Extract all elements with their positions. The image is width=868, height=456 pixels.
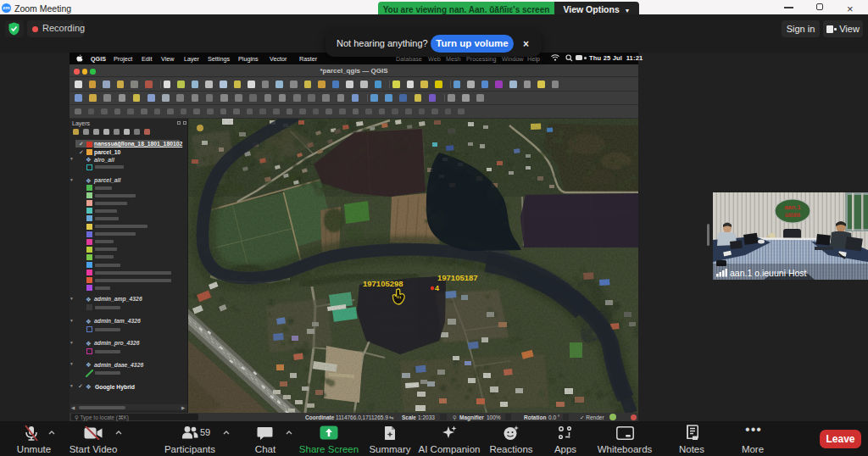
svg-text:ūālālā: ūālālā [785, 212, 801, 218]
svg-text:aan.1: aan.1 [784, 203, 800, 211]
svg-text:197105187: 197105187 [437, 273, 478, 282]
svg-text:aan.1 o.ieuuni Host: aan.1 o.ieuuni Host [730, 268, 807, 278]
svg-text:4: 4 [435, 284, 439, 292]
svg-text:197105298: 197105298 [363, 279, 403, 288]
